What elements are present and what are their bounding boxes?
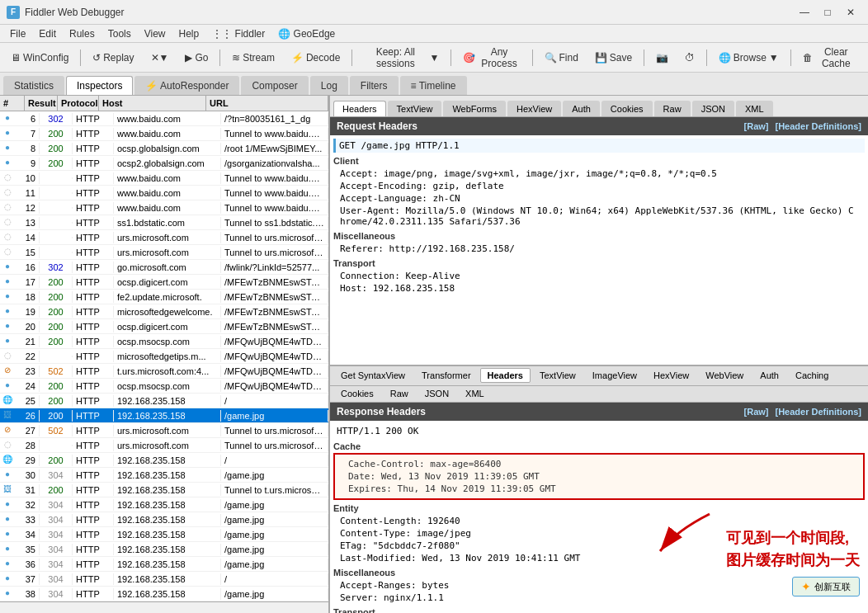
table-row[interactable]: ● 9 200 HTTP ocsp2.globalsign.com /gsorg…	[0, 156, 328, 171]
table-row[interactable]: ◌ 14 HTTP urs.microsoft.com Tunnel to ur…	[0, 230, 328, 245]
menu-rules[interactable]: Rules	[63, 26, 101, 41]
table-row[interactable]: ● 30 304 HTTP 192.168.235.158 /game.jpg	[0, 468, 328, 483]
table-row[interactable]: ● 37 304 HTTP 192.168.235.158 /	[0, 572, 328, 587]
response-tab-headers[interactable]: Headers	[480, 368, 531, 383]
request-raw-link[interactable]: [Raw]	[744, 121, 769, 131]
response-tab-imageview[interactable]: ImageView	[585, 368, 644, 383]
cell-url: /	[221, 455, 328, 466]
inspector-tab-json[interactable]: JSON	[692, 101, 734, 116]
response-raw-link[interactable]: [Raw]	[744, 407, 769, 417]
menu-help[interactable]: Help	[172, 26, 206, 41]
inspector-tab-webforms[interactable]: WebForms	[443, 101, 506, 116]
cell-host: t.urs.microsoft.com:4...	[114, 365, 221, 377]
cell-host: 192.168.235.158	[114, 559, 221, 570]
remove-button[interactable]: ✕▼	[144, 47, 177, 68]
winconfig-button[interactable]: 🖥 WinConfig	[3, 47, 76, 68]
row-status-icon: ◌	[2, 217, 13, 229]
table-row[interactable]: ● 19 200 HTTP microsoftedgewelcome. /MFE…	[0, 304, 328, 319]
clear-cache-button[interactable]: 🗑 Clear Cache	[795, 47, 865, 68]
close-button[interactable]: ✕	[840, 4, 861, 21]
find-button[interactable]: 🔍 Find	[537, 47, 586, 68]
decode-button[interactable]: ⚡ Decode	[284, 47, 347, 68]
table-row[interactable]: ● 18 200 HTTP fe2.update.microsoft. /MFE…	[0, 290, 328, 304]
table-row[interactable]: ● 8 200 HTTP ocsp.globalsign.com /root 1…	[0, 141, 328, 156]
table-row[interactable]: ◌ 15 HTTP urs.microsoft.com Tunnel to ur…	[0, 245, 328, 260]
response-tab-transformer[interactable]: Transformer	[414, 368, 479, 383]
tab-composer[interactable]: Composer	[241, 76, 308, 95]
go-button[interactable]: ▶ Go	[177, 47, 215, 68]
table-row[interactable]: ● 36 304 HTTP 192.168.235.158 /game.jpg	[0, 557, 328, 572]
inspector-tab-xml[interactable]: XML	[736, 101, 773, 116]
tab-log[interactable]: Log	[310, 76, 348, 95]
tab-timeline[interactable]: ≡ Timeline	[400, 76, 467, 95]
table-row[interactable]: ● 16 302 HTTP go.microsoft.com /fwlink/?…	[0, 260, 328, 275]
table-row[interactable]: ◌ 12 HTTP www.baidu.com Tunnel to www.ba…	[0, 200, 328, 215]
table-row[interactable]: 🌐 25 200 HTTP 192.168.235.158 /	[0, 394, 328, 408]
save-button[interactable]: 💾 Save	[587, 47, 639, 68]
cell-host: ocsp.globalsign.com	[114, 143, 221, 154]
timer-button[interactable]: ⏱	[677, 47, 702, 68]
table-row[interactable]: ⊘ 27 502 HTTP urs.microsoft.com Tunnel t…	[0, 423, 328, 438]
menu-fiddler[interactable]: ⋮⋮ Fiddler	[205, 26, 271, 41]
response-tab-xml[interactable]: XML	[458, 386, 492, 401]
response-tab-cookies[interactable]: Cookies	[333, 386, 381, 401]
response-tab-webview[interactable]: WebView	[698, 368, 751, 383]
screenshot-button[interactable]: 📷	[649, 47, 676, 68]
minimize-button[interactable]: —	[794, 4, 815, 21]
browse-button[interactable]: 🌐 Browse ▼	[711, 47, 786, 68]
table-row[interactable]: ● 6 302 HTTP www.baidu.com /?tn=80035161…	[0, 111, 328, 126]
cell-url: /MFQwUjBQME4wTDA...	[221, 365, 328, 377]
inspector-tab-raw[interactable]: Raw	[654, 101, 691, 116]
tab-statistics[interactable]: Statistics	[3, 76, 64, 95]
table-row[interactable]: ◌ 28 HTTP urs.microsoft.com Tunnel to ur…	[0, 438, 328, 453]
table-row[interactable]: 🖼 26 200 HTTP 192.168.235.158 /game.jpg	[0, 408, 328, 423]
inspector-tab-hexview[interactable]: HexView	[507, 101, 561, 116]
tab-inspectors[interactable]: Inspectors	[66, 76, 133, 95]
table-row[interactable]: 🌐 29 200 HTTP 192.168.235.158 /	[0, 453, 328, 468]
table-row[interactable]: ● 20 200 HTTP ocsp.digicert.com /MFEwTzB…	[0, 319, 328, 334]
table-row[interactable]: ● 21 200 HTTP ocsp.msocsp.com /MFQwUjBQM…	[0, 334, 328, 349]
row-status-icon: ◌	[2, 247, 13, 258]
menu-geoedge[interactable]: 🌐 GeoEdge	[271, 26, 342, 41]
menu-edit[interactable]: Edit	[32, 26, 63, 41]
table-row[interactable]: ◌ 22 HTTP microsoftedgetips.m... /MFQwUj…	[0, 349, 328, 364]
table-row[interactable]: ● 35 304 HTTP 192.168.235.158 /game.jpg	[0, 542, 328, 557]
inspector-tab-cookies[interactable]: Cookies	[601, 101, 653, 116]
inspector-tab-headers[interactable]: Headers	[333, 101, 386, 116]
tab-autoresponder[interactable]: ⚡ AutoResponder	[134, 76, 239, 95]
table-row[interactable]: ⊘ 23 502 HTTP t.urs.microsoft.com:4... /…	[0, 364, 328, 379]
table-row[interactable]: ● 33 304 HTTP 192.168.235.158 /game.jpg	[0, 512, 328, 527]
stream-button[interactable]: ≋ Stream	[224, 47, 282, 68]
inspector-tab-textview[interactable]: TextView	[388, 101, 442, 116]
table-row[interactable]: ● 17 200 HTTP ocsp.digicert.com /MFEwTzB…	[0, 275, 328, 290]
replay-button[interactable]: ↺ Replay	[85, 47, 141, 68]
tab-filters[interactable]: Filters	[350, 76, 399, 95]
table-row[interactable]: ◌ 10 HTTP www.baidu.com Tunnel to www.ba…	[0, 171, 328, 186]
maximize-button[interactable]: □	[817, 4, 838, 21]
table-row[interactable]: ● 24 200 HTTP ocsp.msocsp.com /MFQwUjBQM…	[0, 379, 328, 394]
cell-protocol: HTTP	[73, 172, 114, 184]
menu-file[interactable]: File	[3, 26, 32, 41]
inspector-tab-auth[interactable]: Auth	[563, 101, 600, 116]
response-tab-json[interactable]: JSON	[417, 386, 456, 401]
response-tab-auth[interactable]: Auth	[752, 368, 786, 383]
table-row[interactable]: ● 38 304 HTTP 192.168.235.158 /game.jpg	[0, 587, 328, 601]
table-row[interactable]: ◌ 11 HTTP www.baidu.com Tunnel to www.ba…	[0, 186, 328, 200]
table-row[interactable]: ● 34 304 HTTP 192.168.235.158 /game.jpg	[0, 527, 328, 542]
response-tab-syntaxview[interactable]: Get SyntaxView	[333, 368, 413, 383]
menu-view[interactable]: View	[138, 26, 172, 41]
response-tab-textview[interactable]: TextView	[532, 368, 583, 383]
response-header-defs-link[interactable]: [Header Definitions]	[775, 407, 861, 417]
any-process-button[interactable]: 🎯 Any Process	[455, 47, 527, 68]
table-row[interactable]: ● 7 200 HTTP www.baidu.com Tunnel to www…	[0, 126, 328, 141]
response-tab-raw[interactable]: Raw	[383, 386, 416, 401]
request-header-defs-link[interactable]: [Header Definitions]	[775, 121, 861, 131]
table-row[interactable]: 🖼 31 200 HTTP 192.168.235.158 Tunnel to …	[0, 483, 328, 497]
table-row[interactable]: ● 32 304 HTTP 192.168.235.158 /game.jpg	[0, 497, 328, 512]
response-tab-caching[interactable]: Caching	[788, 368, 836, 383]
cache-highlight-box: Cache-Control: max-age=86400 Date: Wed, …	[333, 453, 865, 500]
table-row[interactable]: ◌ 13 HTTP ss1.bdstatic.com Tunnel to ss1…	[0, 215, 328, 230]
keep-sessions-button[interactable]: Keep: All sessions ▼	[356, 47, 446, 68]
response-tab-hexview[interactable]: HexView	[646, 368, 696, 383]
menu-tools[interactable]: Tools	[101, 26, 138, 41]
